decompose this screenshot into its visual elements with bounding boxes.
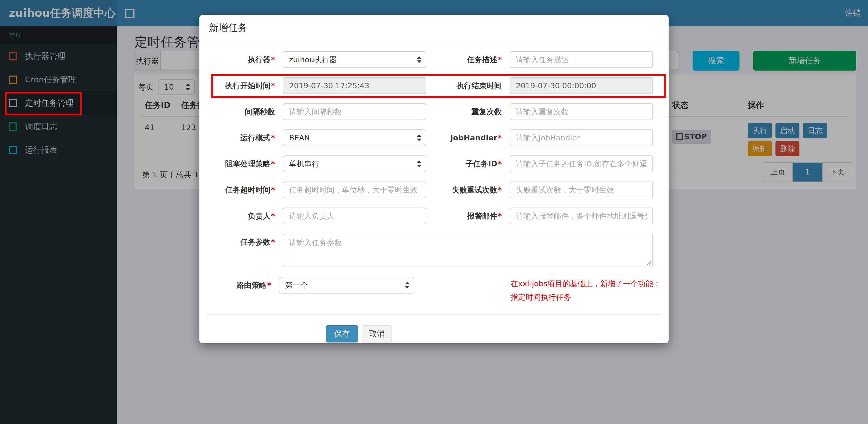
repeat-count-input-label: 重复次数 — [434, 103, 509, 120]
save-button[interactable]: 保存 — [326, 325, 358, 343]
retry-count-input-wrapper — [509, 182, 661, 198]
run-mode-select-wrapper: BEAN — [283, 129, 434, 146]
alarm-email-input-label: 报警邮件* — [434, 207, 509, 224]
end-time-input-wrapper — [509, 77, 661, 94]
end-time-input-label: 执行结束时间 — [434, 77, 509, 94]
form-row-start-time-input: 执行开始时间*执行结束时间 — [207, 77, 661, 94]
form-row-interval-seconds-input: 间隔秒数重复次数 — [207, 103, 661, 120]
block-strategy-select[interactable]: 单机串行 — [283, 156, 426, 172]
timeout-input-label: 任务超时时间* — [207, 182, 283, 198]
child-job-id-input-label: 子任务ID* — [434, 156, 509, 172]
child-job-id-input-wrapper — [509, 156, 661, 172]
form-row-executor-select: 执行器*zuihou执行器任务描述* — [207, 51, 661, 68]
required-asterisk: * — [498, 186, 502, 194]
required-asterisk: * — [271, 133, 275, 142]
executor-select-value: zuihou执行器 — [289, 55, 337, 64]
route-strategy-select-wrapper: 第一个 — [279, 277, 422, 294]
select-arrows-icon — [405, 282, 409, 289]
alarm-email-input[interactable] — [509, 207, 653, 224]
owner-input-wrapper — [283, 207, 434, 224]
run-mode-select[interactable]: BEAN — [283, 129, 426, 146]
required-asterisk: * — [498, 133, 502, 142]
interval-seconds-input-label: 间隔秒数 — [207, 103, 283, 120]
form-row-timeout-input: 任务超时时间*失败重试次数* — [207, 182, 661, 198]
form-row-job-param-textarea: 任务参数* — [207, 234, 661, 267]
feature-note: 在xxl-jobs项目的基础上，新增了一个功能：指定时间执行任务 — [510, 277, 661, 304]
block-strategy-select-wrapper: 单机串行 — [283, 156, 434, 172]
interval-seconds-input[interactable] — [283, 103, 426, 120]
form-row-block-strategy-select: 阻塞处理策略*单机串行子任务ID* — [207, 156, 661, 172]
route-strategy-select-value: 第一个 — [285, 281, 308, 290]
form-row-run-mode-select: 运行模式*BEANJobHandler* — [207, 129, 661, 146]
required-asterisk: * — [271, 55, 275, 64]
modal-body: 执行器*zuihou执行器任务描述*执行开始时间*执行结束时间间隔秒数重复次数运… — [199, 41, 669, 343]
job-desc-input-label: 任务描述* — [434, 51, 509, 68]
feature-note-line2: 指定时间执行任务 — [510, 290, 661, 304]
start-time-input-label: 执行开始时间* — [207, 77, 283, 94]
modal-title: 新增任务 — [209, 21, 247, 34]
job-desc-input-wrapper — [509, 51, 661, 68]
timeout-input[interactable] — [283, 182, 426, 198]
executor-select-wrapper: zuihou执行器 — [283, 51, 434, 68]
alarm-email-input-wrapper — [509, 207, 661, 224]
jobhandler-input-wrapper — [509, 129, 661, 146]
retry-count-input-label: 失败重试次数* — [434, 182, 509, 198]
required-asterisk: * — [271, 81, 275, 90]
modal-actions: 保存取消 — [326, 325, 661, 343]
required-asterisk: * — [271, 186, 275, 194]
job-param-textarea-label: 任务参数* — [207, 234, 283, 250]
form-row-route-strategy-select: 路由策略*第一个在xxl-jobs项目的基础上，新增了一个功能：指定时间执行任务 — [207, 277, 661, 304]
jobhandler-input[interactable] — [509, 129, 653, 146]
timeout-input-wrapper — [283, 182, 434, 198]
cancel-button[interactable]: 取消 — [362, 325, 392, 343]
modal-footer-divider — [207, 314, 661, 315]
select-arrows-icon — [417, 160, 422, 167]
app-screen: zuihou任务调度中心 注销 导航 执行器管理Cron任务管理定时任务管理调度… — [0, 0, 868, 424]
end-time-input[interactable] — [509, 77, 653, 94]
feature-note-line1: 在xxl-jobs项目的基础上，新增了一个功能： — [510, 277, 661, 290]
repeat-count-input-wrapper — [509, 103, 661, 120]
add-job-modal: 新增任务 执行器*zuihou执行器任务描述*执行开始时间*执行结束时间间隔秒数… — [199, 15, 669, 343]
form-row-owner-input: 负责人*报警邮件* — [207, 207, 661, 224]
jobhandler-input-label: JobHandler* — [434, 129, 509, 146]
required-asterisk: * — [498, 159, 502, 168]
required-asterisk: * — [271, 211, 275, 220]
required-asterisk: * — [271, 237, 275, 247]
required-asterisk: * — [271, 159, 275, 168]
start-time-input-wrapper — [283, 77, 434, 94]
block-strategy-select-value: 单机串行 — [289, 159, 319, 168]
route-strategy-select-label: 路由策略* — [207, 277, 279, 294]
start-time-input[interactable] — [283, 77, 426, 94]
route-strategy-select[interactable]: 第一个 — [279, 277, 414, 294]
run-mode-select-value: BEAN — [289, 133, 310, 142]
owner-input[interactable] — [283, 207, 426, 224]
repeat-count-input[interactable] — [509, 103, 653, 120]
select-arrows-icon — [417, 56, 422, 63]
job-desc-input[interactable] — [509, 51, 653, 68]
owner-input-label: 负责人* — [207, 207, 283, 224]
job-param-textarea-wrapper — [283, 234, 661, 267]
executor-select[interactable]: zuihou执行器 — [283, 51, 426, 68]
interval-seconds-input-wrapper — [283, 103, 434, 120]
modal-header: 新增任务 — [199, 15, 669, 41]
child-job-id-input[interactable] — [509, 156, 653, 172]
required-asterisk: * — [498, 211, 502, 220]
job-param-textarea[interactable] — [283, 234, 653, 266]
required-asterisk: * — [498, 55, 502, 64]
block-strategy-select-label: 阻塞处理策略* — [207, 156, 283, 172]
executor-select-label: 执行器* — [207, 51, 283, 68]
run-mode-select-label: 运行模式* — [207, 129, 283, 146]
select-arrows-icon — [417, 134, 422, 141]
required-asterisk: * — [267, 281, 271, 290]
retry-count-input[interactable] — [509, 182, 653, 198]
